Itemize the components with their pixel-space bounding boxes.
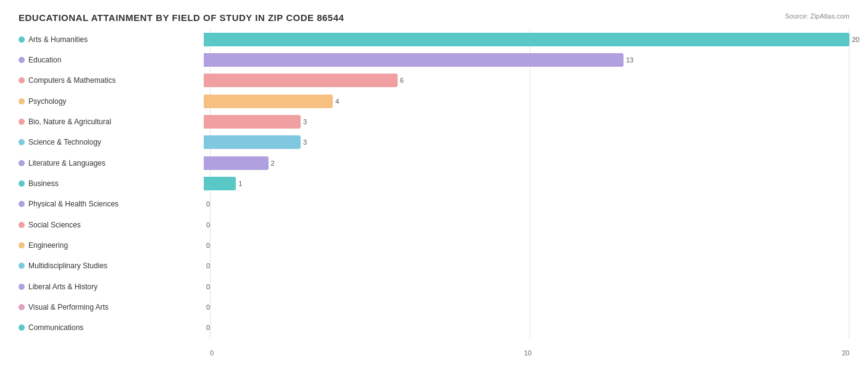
bar-dot	[19, 57, 25, 63]
bar-label-text: Computers & Mathematics	[28, 76, 115, 85]
bar-fill	[204, 135, 301, 149]
bar-label-text: Science & Technology	[28, 138, 101, 146]
bar-dot	[19, 180, 25, 187]
bar-fill	[204, 177, 236, 190]
bar-label-text: Business	[28, 179, 59, 188]
bar-label: Social Sciences	[19, 221, 204, 229]
bar-label: Science & Technology	[19, 138, 204, 146]
x-axis: 01020	[210, 349, 849, 357]
bar-label: Communications	[19, 323, 204, 332]
bar-label: Physical & Health Sciences	[19, 200, 204, 208]
bar-value: 0	[206, 303, 210, 311]
bar-label-text: Visual & Performing Arts	[28, 303, 109, 312]
x-axis-label: 20	[842, 349, 849, 357]
bar-row: Physical & Health Sciences0	[19, 195, 849, 213]
bar-value: 4	[335, 98, 339, 105]
x-axis-label: 10	[524, 349, 532, 357]
bar-label-text: Psychology	[28, 97, 66, 106]
chart-source: Source: ZipAtlas.com	[785, 12, 849, 20]
bar-value: 0	[206, 262, 210, 269]
bar-track: 6	[204, 74, 849, 87]
bar-value: 3	[303, 138, 307, 146]
bar-fill	[204, 33, 849, 46]
bar-dot	[19, 77, 25, 83]
bar-label: Computers & Mathematics	[19, 76, 204, 85]
bar-track: 3	[204, 135, 849, 149]
bar-row: Psychology4	[19, 92, 849, 111]
bar-fill	[204, 53, 624, 67]
bar-dot	[19, 242, 25, 248]
bar-row: Science & Technology3	[19, 133, 849, 151]
bar-track: 13	[204, 53, 849, 67]
bar-track: 1	[204, 177, 849, 190]
bar-track: 4	[204, 95, 849, 108]
bar-label-text: Social Sciences	[28, 221, 81, 229]
bar-label: Education	[19, 56, 204, 64]
bar-label-text: Engineering	[28, 241, 68, 250]
bar-label: Engineering	[19, 241, 204, 250]
bar-value: 6	[400, 77, 404, 84]
bar-label: Visual & Performing Arts	[19, 303, 204, 312]
bar-label-text: Multidisciplinary Studies	[28, 261, 107, 270]
bar-row: Literature & Languages2	[19, 154, 849, 172]
bar-row: Visual & Performing Arts0	[19, 298, 849, 316]
bar-dot	[19, 201, 25, 207]
bar-row: Multidisciplinary Studies0	[19, 256, 849, 275]
bars-container: Arts & Humanities20Education13Computers …	[19, 29, 849, 338]
bar-row: Education13	[19, 51, 849, 69]
bar-track: 0	[204, 280, 849, 294]
bar-value: 2	[271, 159, 275, 167]
bar-fill	[204, 95, 333, 108]
bar-track: 0	[204, 218, 849, 232]
bar-track: 0	[204, 259, 849, 273]
x-axis-label: 0	[210, 349, 214, 357]
bar-fill	[204, 156, 269, 170]
bar-fill	[204, 74, 398, 87]
bar-value: 20	[852, 36, 859, 43]
bar-row: Liberal Arts & History0	[19, 278, 849, 296]
bar-dot	[19, 139, 25, 145]
bar-label: Arts & Humanities	[19, 35, 204, 44]
bar-value: 13	[626, 56, 633, 64]
bar-label: Liberal Arts & History	[19, 282, 204, 291]
bar-row: Business1	[19, 174, 849, 193]
bar-dot	[19, 304, 25, 310]
bar-label-text: Literature & Languages	[28, 159, 106, 167]
bar-value: 0	[206, 221, 210, 229]
bar-label: Literature & Languages	[19, 159, 204, 167]
bar-label: Business	[19, 179, 204, 188]
bar-value: 0	[206, 242, 210, 249]
chart-container: EDUCATIONAL ATTAINMENT BY FIELD OF STUDY…	[0, 0, 868, 390]
bar-label-text: Liberal Arts & History	[28, 282, 98, 291]
bar-label: Psychology	[19, 97, 204, 106]
bar-value: 0	[206, 200, 210, 208]
bar-track: 0	[204, 300, 849, 314]
bar-dot	[19, 324, 25, 331]
bar-row: Arts & Humanities20	[19, 30, 849, 49]
bar-track: 2	[204, 156, 849, 170]
bar-dot	[19, 160, 25, 166]
bar-dot	[19, 98, 25, 104]
bar-track: 3	[204, 115, 849, 129]
bar-value: 3	[303, 118, 307, 125]
bar-label-text: Bio, Nature & Agricultural	[28, 117, 111, 126]
chart-area: Arts & Humanities20Education13Computers …	[19, 29, 849, 357]
bar-label-text: Education	[28, 56, 61, 64]
bar-track: 20	[204, 33, 849, 46]
bar-dot	[19, 284, 25, 290]
bar-label-text: Physical & Health Sciences	[28, 200, 119, 208]
bar-track: 0	[204, 321, 849, 334]
bar-row: Social Sciences0	[19, 216, 849, 234]
bar-track: 0	[204, 197, 849, 211]
bar-label-text: Communications	[28, 323, 83, 332]
bar-row: Bio, Nature & Agricultural3	[19, 112, 849, 131]
bar-track: 0	[204, 239, 849, 252]
bar-label: Multidisciplinary Studies	[19, 261, 204, 270]
bar-row: Engineering0	[19, 236, 849, 255]
chart-title: EDUCATIONAL ATTAINMENT BY FIELD OF STUDY…	[19, 12, 849, 23]
bar-dot	[19, 263, 25, 269]
bar-dot	[19, 222, 25, 228]
bar-value: 0	[206, 283, 210, 290]
bar-label: Bio, Nature & Agricultural	[19, 117, 204, 126]
bar-value: 1	[238, 180, 242, 187]
